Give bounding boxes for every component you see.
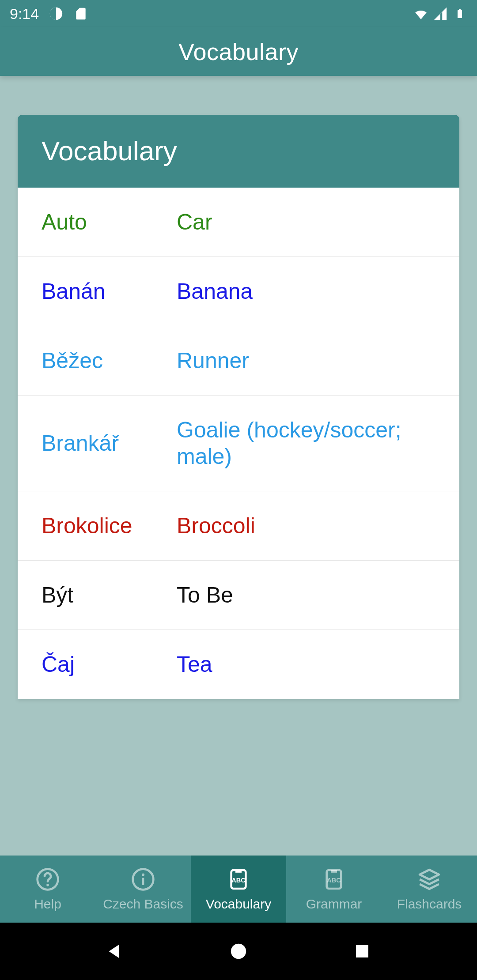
- vocab-target: Tea: [177, 651, 459, 678]
- bottom-nav: HelpCzech BasicsABCVocabularyABCGrammarF…: [0, 856, 477, 923]
- svg-point-4: [142, 873, 144, 876]
- vocab-target: Banana: [177, 278, 459, 305]
- nav-item-label: Czech Basics: [103, 897, 183, 912]
- vocab-row[interactable]: ČajTea: [18, 630, 459, 699]
- wifi-icon: [413, 6, 428, 21]
- vocab-row[interactable]: BěžecRunner: [18, 326, 459, 396]
- vocab-target: To Be: [177, 582, 459, 608]
- nav-item-grammar[interactable]: ABCGrammar: [286, 856, 382, 923]
- vocab-row[interactable]: AutoCar: [18, 188, 459, 257]
- vocab-source: Brokolice: [18, 513, 177, 539]
- vocab-row[interactable]: BanánBanana: [18, 257, 459, 326]
- stack-icon: [416, 867, 442, 892]
- vocab-source: Brankář: [18, 430, 177, 456]
- cell-signal-icon: [433, 6, 448, 21]
- android-nav-bar: [0, 923, 477, 980]
- nav-item-label: Help: [34, 897, 61, 912]
- vocab-target: Car: [177, 209, 459, 235]
- battery-icon: [452, 6, 467, 21]
- svg-rect-7: [235, 870, 242, 873]
- vocab-source: Auto: [18, 209, 177, 235]
- vocab-row[interactable]: BrankářGoalie (hockey/soccer; male): [18, 396, 459, 491]
- recents-button[interactable]: [349, 938, 375, 965]
- vocab-row[interactable]: BrokoliceBroccoli: [18, 491, 459, 561]
- vocab-source: Být: [18, 582, 177, 608]
- svg-rect-10: [331, 870, 337, 873]
- list-fade: [0, 834, 477, 856]
- sd-card-icon: [73, 6, 88, 21]
- book-abc-icon: ABC: [321, 867, 347, 892]
- book-abc-icon: ABC: [226, 867, 251, 892]
- status-bar: 9:14: [0, 0, 477, 27]
- back-button[interactable]: [102, 938, 128, 965]
- svg-rect-5: [142, 878, 144, 885]
- info-icon: [130, 867, 156, 892]
- nav-item-vocabulary[interactable]: ABCVocabulary: [191, 856, 286, 923]
- svg-point-2: [46, 884, 49, 886]
- svg-rect-13: [356, 945, 368, 957]
- vocab-row[interactable]: BýtTo Be: [18, 561, 459, 630]
- help-icon: [35, 867, 61, 892]
- vocab-target: Goalie (hockey/soccer; male): [177, 417, 459, 470]
- vocab-source: Banán: [18, 279, 177, 304]
- vocab-target: Runner: [177, 347, 459, 374]
- status-time: 9:14: [10, 5, 39, 23]
- nav-item-label: Grammar: [306, 897, 362, 912]
- page-title: Vocabulary: [178, 38, 299, 65]
- home-button[interactable]: [225, 938, 252, 965]
- vocab-target: Broccoli: [177, 513, 459, 539]
- vocab-source: Čaj: [18, 652, 177, 677]
- nav-item-label: Vocabulary: [206, 897, 271, 912]
- vocab-list[interactable]: AutoCarBanánBananaBěžecRunnerBrankářGoal…: [18, 188, 459, 699]
- nav-item-flashcards[interactable]: Flashcards: [382, 856, 477, 923]
- card-header: Vocabulary: [18, 115, 459, 188]
- nav-item-czech-basics[interactable]: Czech Basics: [95, 856, 191, 923]
- app-bar: Vocabulary: [0, 27, 477, 76]
- svg-text:ABC: ABC: [231, 877, 246, 884]
- page-body: Vocabulary AutoCarBanánBananaBěžecRunner…: [0, 76, 477, 856]
- vocab-card: Vocabulary AutoCarBanánBananaBěžecRunner…: [18, 115, 459, 699]
- nav-item-label: Flashcards: [397, 897, 462, 912]
- vocab-source: Běžec: [18, 348, 177, 373]
- invert-colors-icon: [49, 6, 64, 21]
- svg-text:ABC: ABC: [327, 877, 341, 884]
- svg-point-12: [231, 944, 246, 959]
- nav-item-help[interactable]: Help: [0, 856, 95, 923]
